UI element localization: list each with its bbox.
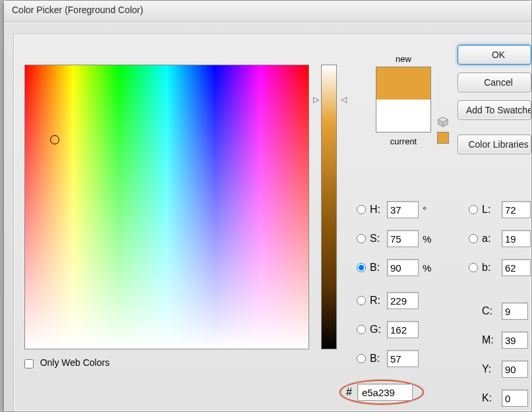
c-label: C: [482,305,502,317]
rgb-b-label: B: [370,353,387,365]
hex-hash-label: # [346,386,352,398]
m-row: M: [482,326,528,355]
color-swatch-block: new current [361,54,446,146]
rgb-b-row: B: [357,344,434,373]
lab-b-radio[interactable] [469,263,478,272]
b-radio[interactable] [357,263,366,272]
dialog-body: ▷ ◁ new current OK Cancel Add To Swatche… [13,34,531,411]
cancel-button[interactable]: Cancel [458,73,531,92]
current-color-label: current [361,136,446,146]
g-row: G: [357,315,434,344]
c-input[interactable] [502,303,528,320]
b-row: B: % [357,253,434,282]
cmyk-fields: C: M: Y: K: [482,297,528,412]
lab-b-row: b: [469,253,531,282]
s-row: S: % [357,224,434,253]
r-label: R: [370,295,387,307]
h-unit: ° [423,204,434,216]
lab-l-row: L: [469,195,531,224]
h-input[interactable] [387,201,419,218]
m-input[interactable] [502,332,528,349]
s-input[interactable] [387,230,419,247]
color-field-sat-layer [25,65,309,349]
lab-a-label: a: [482,233,502,245]
g-radio[interactable] [357,325,366,334]
color-libraries-button[interactable]: Color Libraries [458,134,531,154]
current-color-swatch[interactable] [376,100,430,132]
lab-l-label: L: [482,204,502,216]
add-to-swatches-button[interactable]: Add To Swatches [458,100,531,120]
lab-a-input[interactable] [502,230,531,247]
color-field-cursor[interactable] [50,135,59,144]
g-input[interactable] [387,321,419,338]
b-input[interactable] [387,259,419,276]
color-picker-dialog: Color Picker (Foreground Color) ▷ ◁ new … [3,0,532,412]
s-unit: % [423,233,434,245]
r-input[interactable] [387,292,419,309]
b-label: B: [370,262,387,274]
lab-l-radio[interactable] [469,205,478,214]
color-swatch[interactable] [376,67,431,132]
only-web-colors-group: Only Web Colors [24,357,109,368]
hex-input[interactable] [357,384,413,401]
lab-a-radio[interactable] [469,234,478,243]
gamut-closest-swatch[interactable] [437,132,449,144]
m-label: M: [482,334,502,346]
r-radio[interactable] [357,296,366,305]
ok-button[interactable]: OK [458,45,531,65]
r-row: R: [357,286,434,315]
h-label: H: [370,204,387,216]
rgb-b-input[interactable] [387,350,419,367]
window-title: Color Picker (Foreground Color) [4,1,531,22]
k-row: K: [482,384,528,412]
brightness-slider[interactable] [321,65,337,349]
slider-arrow-left-icon: ▷ [313,95,319,104]
y-input[interactable] [502,361,528,378]
lab-a-row: a: [469,224,531,253]
s-radio[interactable] [357,234,366,243]
new-color-label: new [361,54,446,64]
rgb-b-radio[interactable] [357,354,366,363]
h-row: H: ° [357,195,434,224]
k-label: K: [482,392,502,404]
k-input[interactable] [502,390,528,407]
lab-b-label: b: [482,262,502,274]
lab-fields: L: a: b: [469,195,531,282]
lab-b-input[interactable] [502,259,531,276]
slider-arrow-right-icon: ◁ [341,95,347,104]
only-web-colors-label: Only Web Colors [40,357,110,368]
y-row: Y: [482,355,528,384]
h-radio[interactable] [357,205,366,214]
hex-row: # [346,384,413,401]
dialog-buttons: OK Cancel Add To Swatches Color Librarie… [458,45,531,162]
only-web-colors-checkbox[interactable] [24,359,34,368]
g-label: G: [370,324,387,336]
c-row: C: [482,297,528,326]
new-color-swatch[interactable] [376,67,430,100]
y-label: Y: [482,363,502,375]
gamut-warning-icon[interactable] [437,116,449,128]
s-label: S: [370,233,387,245]
b-unit: % [423,262,434,274]
hsb-rgb-fields: H: ° S: % B: % R: [357,195,434,373]
lab-l-input[interactable] [502,201,531,218]
color-field[interactable] [24,65,309,349]
